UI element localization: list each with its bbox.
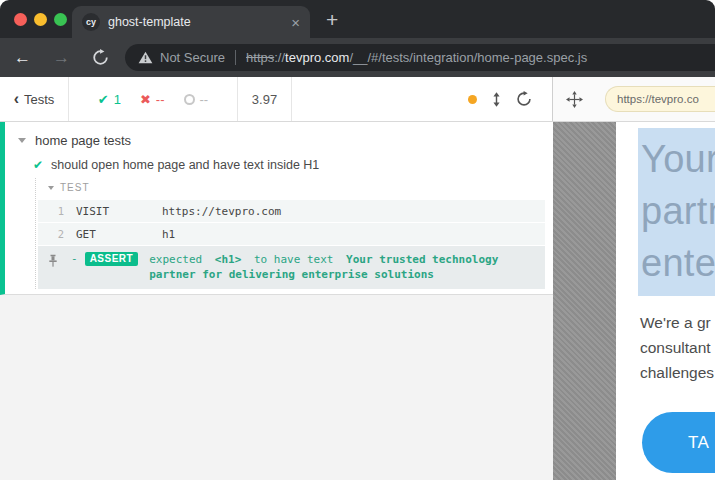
traffic-lights [14,13,67,26]
restart-tests-icon[interactable] [516,91,532,107]
assert-message: expected <h1> to have text Your trusted … [149,252,535,282]
assert-badge: ASSERT [85,252,139,266]
test-body: TEST 1 VISIT https://tevpro.com 2 GET h1 [35,178,553,289]
command-method: GET [76,228,162,241]
assert-expected: expected [149,253,202,266]
command-row[interactable]: 2 GET h1 [38,223,545,245]
command-method: VISIT [76,205,162,218]
browser-window: cy ghost-template × + ← → Not Secure [0,0,715,480]
cypress-toolbar: ‹ Tests ✔ 1 ✖ -- -- 3.97 [0,77,715,122]
forward-icon: → [53,49,70,66]
zoom-window-button[interactable] [54,13,67,26]
command-number: 2 [38,228,76,240]
address-bar[interactable]: Not Secure https :// tevpro.com /__/#/te… [125,44,715,71]
tab-title: ghost-template [108,15,285,29]
suite-title: home page tests [35,133,131,148]
command-message: https://tevpro.com [162,205,545,218]
pending-count: -- [200,92,209,107]
assert-dash: - [71,252,78,265]
assert-condition: to have text [254,253,333,266]
hero-heading-line: partn [641,185,715,237]
aut-viewport: Your partn ente We're a gr consultant ch… [616,122,715,480]
hero-heading-line: Your [641,133,715,185]
test-passed-check-icon: ✔ [33,158,43,172]
tab-close-icon[interactable]: × [291,14,300,31]
aut-url-field[interactable]: https://tevpro.co [605,86,715,112]
failed-count: -- [156,92,165,107]
browser-tab[interactable]: cy ghost-template × [72,6,310,38]
h1-highlight: Your partn ente [638,128,715,296]
test-title-row[interactable]: ✔ should open home page and have text in… [5,152,553,178]
passed-check-icon: ✔ [98,92,109,107]
cypress-favicon-icon: cy [82,13,100,31]
selector-playground-icon[interactable] [566,91,583,108]
url-separator: :// [274,50,285,65]
cta-button[interactable]: TA [642,412,715,473]
aut-pane: Your partn ente We're a gr consultant ch… [553,122,715,480]
suite-header[interactable]: home page tests [5,128,553,152]
back-to-tests-button[interactable]: ‹ Tests [0,77,69,121]
hero-heading-line: ente [641,237,715,289]
section-caret-icon [48,186,54,190]
not-secure-warning-icon [138,51,153,64]
section-label: TEST [60,182,90,193]
hero-paragraph-line: challenges [640,360,715,385]
aut-header: https://tevpro.co [553,77,715,121]
test-title: should open home page and have text insi… [51,158,319,172]
url-host: tevpro.com [285,50,349,65]
command-row[interactable]: 1 VISIT https://tevpro.com [38,200,545,222]
pending-circle-icon [184,94,195,105]
assert-target: <h1> [215,253,242,266]
autoscroll-toggle-icon[interactable] [492,92,501,107]
tab-bar: cy ghost-template × + [0,0,715,38]
test-stats: ✔ 1 ✖ -- -- [69,77,238,121]
browser-navbar: ← → Not Secure https :// tevpro.com /__/… [0,38,715,77]
hero-paragraph: We're a gr consultant challenges [640,310,715,385]
chevron-left-icon: ‹ [14,90,19,108]
command-message: h1 [162,228,545,241]
duration-value: 3.97 [238,77,292,121]
hero-paragraph-line: We're a gr [640,310,715,335]
browser-reload-icon[interactable] [92,49,109,66]
back-icon[interactable]: ← [14,49,31,66]
tests-button-label: Tests [24,92,54,107]
passed-count: 1 [114,92,121,107]
reporter-header: ‹ Tests ✔ 1 ✖ -- -- 3.97 [0,77,553,121]
command-log: 1 VISIT https://tevpro.com 2 GET h1 [38,200,545,289]
collapse-caret-icon [18,138,26,143]
url-scheme: https [246,50,274,65]
command-number: 1 [38,205,76,217]
address-divider [235,50,236,65]
pin-icon[interactable] [38,252,68,268]
close-window-button[interactable] [14,13,27,26]
runner-content: home page tests ✔ should open home page … [0,122,715,480]
url-path: /__/#/tests/integration/home-page.spec.j… [349,50,587,65]
autoscroll-indicator-dot [468,95,477,104]
suite-block: home page tests ✔ should open home page … [0,122,553,295]
failed-x-icon: ✖ [140,92,151,107]
test-section-toggle[interactable]: TEST [36,178,553,198]
minimize-window-button[interactable] [34,13,47,26]
new-tab-button[interactable]: + [326,8,338,32]
reporter-panel: home page tests ✔ should open home page … [0,122,553,480]
security-label: Not Secure [160,50,225,65]
assert-row[interactable]: - ASSERT expected <h1> to have text Your… [38,246,545,289]
hero-paragraph-line: consultant [640,335,715,360]
